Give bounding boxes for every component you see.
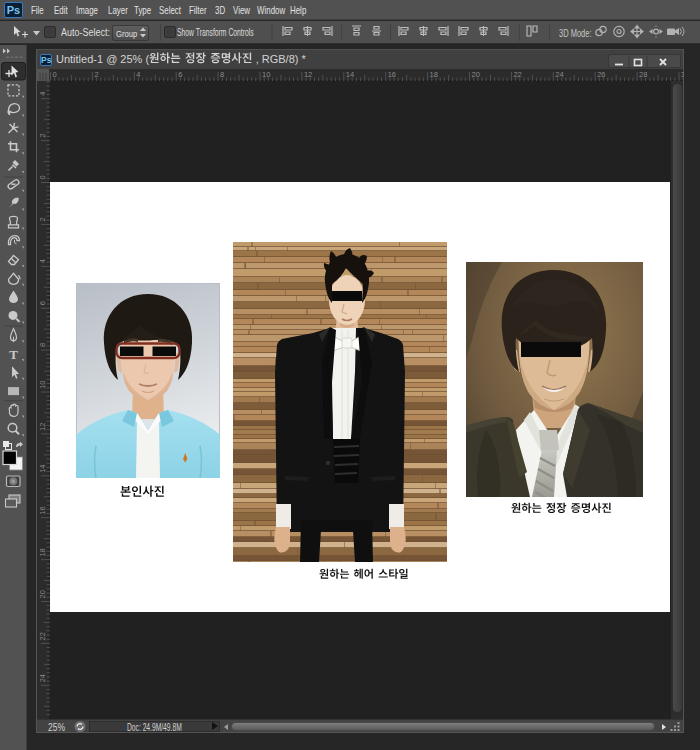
svg-text:16: 16 [388,70,396,79]
svg-text:8: 8 [38,343,47,347]
svg-text:10: 10 [38,381,47,389]
svg-text:T: T [9,347,18,362]
svg-text:2: 2 [38,217,47,221]
svg-text:8: 8 [220,70,224,79]
svg-text:16: 16 [38,506,47,514]
svg-text:24: 24 [555,70,563,79]
svg-text:20: 20 [38,590,47,598]
svg-text:4: 4 [38,92,47,96]
svg-text:14: 14 [38,464,47,472]
svg-text:12: 12 [304,70,312,79]
svg-text:26: 26 [597,70,605,79]
svg-text:4: 4 [38,259,47,263]
svg-text:6: 6 [38,301,47,305]
svg-text:4: 4 [136,70,140,79]
svg-text:18: 18 [430,70,438,79]
svg-text:30: 30 [681,70,684,79]
svg-text:0: 0 [38,175,47,179]
svg-text:12: 12 [38,423,47,431]
svg-text:0: 0 [53,70,57,79]
svg-text:22: 22 [38,632,47,640]
svg-text:18: 18 [38,548,47,556]
svg-text:22: 22 [513,70,521,79]
svg-text:28: 28 [639,70,647,79]
svg-text:24: 24 [38,674,47,682]
svg-text:2: 2 [94,70,98,79]
svg-text:6: 6 [178,70,182,79]
svg-text:10: 10 [262,70,270,79]
svg-text:2: 2 [38,133,47,137]
svg-text:14: 14 [346,70,354,79]
svg-text:20: 20 [472,70,480,79]
